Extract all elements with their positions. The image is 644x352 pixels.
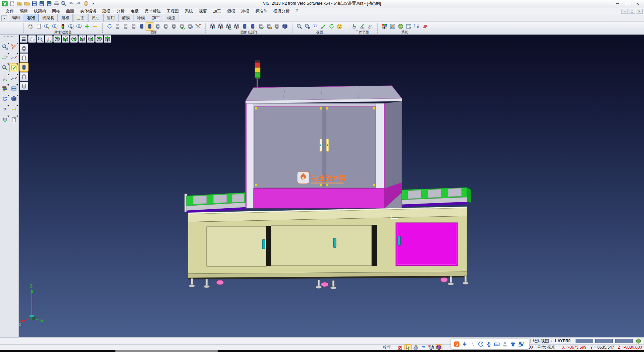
scene-add-icon[interactable]: + [209, 23, 216, 30]
ime-language-icon[interactable]: 中 [461, 341, 468, 348]
snap-disable-icon[interactable] [397, 345, 404, 350]
zoom-extents-icon[interactable]: + [296, 23, 303, 30]
sogou-logo-icon[interactable]: S [453, 341, 460, 348]
triad-toggle-icon[interactable] [45, 35, 53, 43]
shaded-view-icon[interactable] [138, 23, 146, 30]
tab-edit[interactable]: 编辑 [9, 14, 23, 21]
menu-machining[interactable]: 加工 [210, 7, 224, 15]
quick-access-more-icon[interactable] [90, 0, 97, 7]
active-layer-label[interactable]: LAYER0 [555, 339, 571, 343]
flat-view-icon[interactable] [162, 23, 170, 30]
display-shaded-icon[interactable] [20, 63, 28, 72]
display-settings-icon[interactable] [389, 23, 396, 30]
tab-options-dropdown[interactable] [1, 15, 7, 21]
view-back-icon[interactable] [70, 35, 78, 43]
ime-punctuation-icon[interactable]: °, [469, 341, 476, 348]
ime-keyboard-icon[interactable] [493, 341, 500, 348]
ime-emoji-icon[interactable] [477, 341, 484, 348]
zoom-1-1-icon[interactable]: 1:1 [312, 23, 319, 30]
solid-preview-icon[interactable] [10, 95, 18, 103]
recent-files-icon[interactable] [83, 0, 90, 7]
show-entities-icon[interactable]: + [43, 23, 51, 30]
ucs-origin-icon[interactable] [1, 74, 9, 82]
new-sheet-icon[interactable] [10, 116, 18, 124]
hidden-line-view-icon[interactable] [122, 23, 129, 30]
shaded-edges-view-icon[interactable] [146, 23, 154, 30]
snap-remove-icon[interactable] [428, 345, 434, 350]
validate-solid-icon[interactable] [257, 23, 265, 30]
ime-voice-icon[interactable] [485, 341, 492, 348]
shaded-solid-edges-icon[interactable] [249, 23, 257, 30]
tab-wireframe[interactable]: 线架构 [39, 14, 58, 21]
attribute-report-icon[interactable] [35, 23, 43, 30]
ime-skin-icon[interactable] [509, 341, 517, 348]
tab-machining[interactable]: 加工 [149, 14, 163, 21]
scene-filter-icon[interactable] [217, 23, 224, 30]
insert-file-icon[interactable] [23, 0, 31, 7]
grid-settings-icon[interactable] [421, 23, 429, 30]
graphics-settings-icon[interactable] [194, 23, 202, 30]
selection-filter-icon[interactable] [59, 23, 67, 30]
mdi-restore-button[interactable] [629, 9, 635, 14]
hatched-view-icon[interactable] [170, 23, 178, 30]
tab-moldflow[interactable]: 模流 [164, 14, 178, 21]
transparent-view-icon[interactable] [154, 23, 162, 30]
layer-manager-icon[interactable] [1, 116, 9, 124]
globe-icon[interactable] [635, 338, 642, 344]
tab-die[interactable]: 冲模 [133, 14, 148, 21]
menu-standard-parts[interactable]: 标准件 [252, 7, 270, 15]
view-top-icon[interactable] [95, 35, 103, 43]
zoom-dynamic-icon[interactable]: + [1, 63, 9, 72]
render-style-icon[interactable] [1, 84, 9, 93]
print-icon[interactable] [53, 0, 60, 7]
lock-label[interactable]: 拴牢 [383, 345, 391, 350]
menu-window[interactable]: 视窗 [196, 7, 210, 15]
workplane-create-icon[interactable] [350, 23, 358, 30]
workplane-edit-icon[interactable] [358, 23, 366, 30]
tab-mold[interactable]: 塑膜 [118, 14, 133, 21]
new-file-icon[interactable] [9, 0, 16, 7]
scene-refresh-icon[interactable] [225, 23, 232, 30]
tab-surface[interactable]: 曲面 [73, 14, 88, 21]
display-attributes-icon[interactable] [27, 23, 35, 30]
taskbar-segment[interactable] [115, 350, 218, 352]
tab-modeling[interactable]: 建模 [58, 14, 73, 21]
window-layout-icon[interactable] [10, 84, 18, 93]
menu-system[interactable]: 系统 [182, 7, 196, 15]
snap-solid-icon[interactable] [435, 345, 442, 350]
regen-graphics-icon[interactable] [106, 23, 113, 30]
show-all-icon[interactable] [83, 23, 91, 30]
refresh-visibility-icon[interactable] [67, 23, 75, 30]
edit-delete-icon[interactable] [10, 43, 18, 51]
context-help-icon[interactable]: ? [1, 105, 9, 114]
dynamic-view-icon[interactable] [320, 23, 327, 30]
refresh-view-icon[interactable] [328, 23, 335, 30]
save-as-icon[interactable] [38, 0, 45, 7]
ime-toolbox-icon[interactable] [518, 341, 525, 348]
mdi-close-button[interactable]: × [636, 9, 643, 14]
display-flat-icon[interactable] [20, 72, 28, 81]
view-left-icon[interactable] [78, 35, 86, 43]
display-hatched-icon[interactable] [20, 82, 28, 90]
color-settings-icon[interactable] [381, 23, 388, 30]
display-wireframe-icon[interactable] [20, 44, 28, 53]
regenerate-solid-icon[interactable] [178, 23, 186, 30]
snap-pick-icon[interactable] [405, 345, 411, 350]
shaded-mode-icon[interactable] [28, 35, 36, 43]
select-plane-icon[interactable] [1, 53, 9, 61]
scene-toggle-icon[interactable]: ± [233, 23, 240, 30]
shaded-solid-icon[interactable] [241, 23, 249, 30]
regenerate-icon[interactable] [1, 95, 9, 103]
render-cube-icon[interactable] [281, 23, 289, 30]
ime-account-icon[interactable] [501, 341, 508, 348]
tab-application[interactable]: 应用 [103, 14, 118, 21]
close-button[interactable]: × [633, 1, 643, 7]
view-axonometric-icon[interactable] [104, 35, 111, 43]
print-preview-icon[interactable] [60, 0, 67, 7]
tab-dimension[interactable]: 尺寸 [88, 14, 103, 21]
view-iso-icon[interactable] [53, 35, 61, 43]
wireframe-view-icon[interactable] [114, 23, 121, 30]
dashed-hidden-view-icon[interactable] [130, 23, 138, 30]
confirm-selection-icon[interactable] [10, 63, 18, 72]
tab-standard[interactable]: 标准 [24, 14, 39, 21]
